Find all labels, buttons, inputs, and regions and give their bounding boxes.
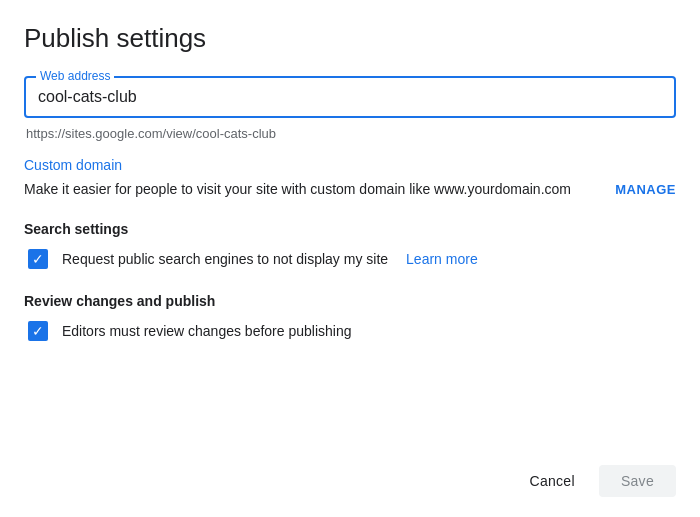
review-changes-title: Review changes and publish xyxy=(24,293,676,309)
search-engines-label: Request public search engines to not dis… xyxy=(62,251,388,267)
checkmark-icon-2: ✓ xyxy=(32,324,44,338)
search-settings-section: Search settings ✓ Request public search … xyxy=(24,221,676,269)
checkmark-icon: ✓ xyxy=(32,252,44,266)
custom-domain-text: Make it easier for people to visit your … xyxy=(24,181,571,197)
publish-settings-panel: Publish settings Web address https://sit… xyxy=(0,0,700,517)
search-settings-title: Search settings xyxy=(24,221,676,237)
web-address-input[interactable] xyxy=(38,88,662,106)
page-title: Publish settings xyxy=(24,20,676,56)
custom-domain-link[interactable]: Custom domain xyxy=(24,157,676,173)
save-button[interactable]: Save xyxy=(599,465,676,497)
review-changes-row: ✓ Editors must review changes before pub… xyxy=(24,321,676,341)
web-address-label: Web address xyxy=(36,69,114,83)
manage-link[interactable]: MANAGE xyxy=(615,182,676,197)
url-bold: cool-cats-club xyxy=(196,126,276,141)
url-prefix: https://sites.google.com/view/ xyxy=(26,126,196,141)
search-settings-row: ✓ Request public search engines to not d… xyxy=(24,249,676,269)
cancel-button[interactable]: Cancel xyxy=(513,465,590,497)
custom-domain-description: Make it easier for people to visit your … xyxy=(24,181,676,197)
learn-more-link[interactable]: Learn more xyxy=(406,251,478,267)
review-changes-label: Editors must review changes before publi… xyxy=(62,323,352,339)
search-engines-checkbox[interactable]: ✓ xyxy=(28,249,48,269)
footer: Cancel Save xyxy=(24,449,676,497)
url-preview: https://sites.google.com/view/cool-cats-… xyxy=(24,126,676,141)
review-changes-checkbox[interactable]: ✓ xyxy=(28,321,48,341)
review-changes-section: Review changes and publish ✓ Editors mus… xyxy=(24,293,676,341)
web-address-section: Web address xyxy=(24,76,676,118)
